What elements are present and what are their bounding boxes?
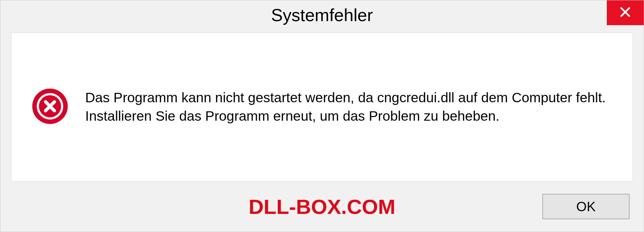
watermark-text: DLL-BOX.COM <box>249 195 395 219</box>
titlebar: Systemfehler <box>0 0 644 30</box>
dialog-footer: DLL-BOX.COM OK <box>0 181 644 232</box>
dialog-title: Systemfehler <box>271 5 373 25</box>
close-button[interactable] <box>607 0 644 25</box>
close-icon <box>619 6 631 19</box>
error-dialog: Systemfehler Das Programm kann nicht ges… <box>0 0 644 232</box>
error-icon <box>32 88 68 126</box>
content-panel: Das Programm kann nicht gestartet werden… <box>11 33 633 181</box>
error-message: Das Programm kann nicht gestartet werden… <box>85 89 612 126</box>
ok-button[interactable]: OK <box>542 194 630 219</box>
